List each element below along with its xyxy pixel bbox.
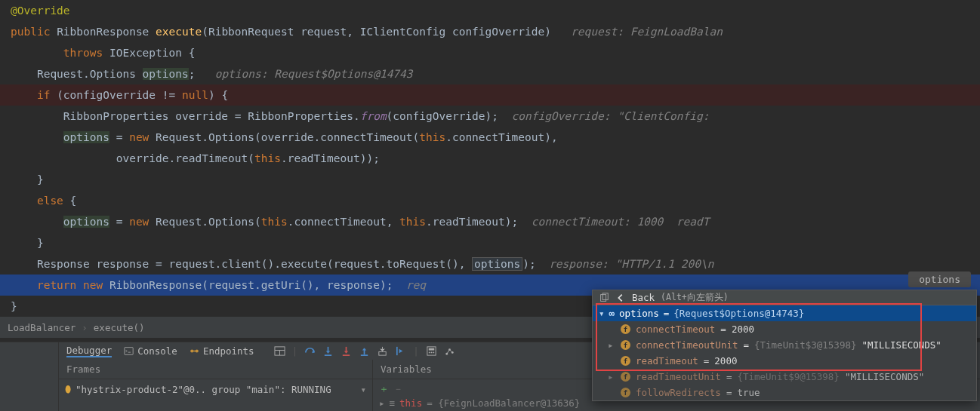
popup-row[interactable]: f connectTimeout=2000 [593,321,976,337]
frames-header: Frames [59,360,372,379]
copy-icon[interactable] [599,293,609,303]
brace-close: } [37,237,44,249]
popup-row[interactable]: ▸f connectTimeoutUnit= {TimeUnit$3@15398… [593,337,976,353]
annotation-override: @Override [11,5,70,17]
drop-frame-icon[interactable] [377,345,388,357]
kw-this: this [399,216,426,228]
svg-rect-11 [427,347,436,355]
trace-icon[interactable] [444,345,455,357]
thread-icon: ⬮ [65,383,71,395]
popup-row[interactable]: f readTimeout=2000 [593,353,976,369]
var-options: options [63,216,109,228]
kw-new: new [83,279,103,291]
line7a: override.readTimeout( [116,152,254,164]
right-floating-label[interactable]: options [908,271,971,287]
run-to-cursor-icon[interactable] [395,345,406,357]
kw-new: new [129,131,149,143]
remove-watch-icon[interactable]: － [393,383,403,396]
evaluate-popup[interactable]: Back (Alt+向左箭头) ▾ ∞ options = {Request$O… [592,290,977,401]
endpoints-icon [190,346,199,356]
kw-else: else [37,195,63,207]
breadcrumb-item[interactable]: LoadBalancer [8,322,76,333]
type-request-options: Request.Options [37,68,136,80]
inline-hint-req: req [406,279,426,291]
inline-hint-configoverride: configOverride: "ClientConfig: [511,110,709,122]
kw-return: return [37,279,76,291]
force-step-into-icon[interactable] [341,345,352,357]
code-editor[interactable]: @Override public RibbonResponse execute(… [0,0,980,317]
svg-rect-3 [193,351,196,352]
method-sig: (RibbonRequest request, IClientConfig co… [202,26,551,38]
back-arrow-icon[interactable] [615,293,626,303]
field-icon: f [621,372,630,382]
popup-back-row[interactable]: Back (Alt+向左箭头) [593,290,976,305]
line13b: RibbonResponse(request.getUri(), respons… [103,279,393,291]
cond: (configOverride != [57,89,182,101]
inline-hint-request: request: FeignLoadBalan [571,26,723,38]
line12a: Response response = request.client().exe… [37,258,472,270]
kw-this: this [261,216,288,228]
cond-close: ) { [208,89,228,101]
brace-close: } [11,300,17,312]
svg-rect-12 [428,348,434,351]
line5a: RibbonProperties override = RibbonProper… [63,110,360,122]
step-over-icon[interactable] [304,345,316,357]
kw-this: this [419,131,445,143]
var-this: this [399,397,422,409]
layout-icon[interactable] [274,345,285,357]
var-this-val: = {FeignLoadBalancer@13636} [427,397,580,409]
kw-public: public [11,26,50,38]
kw-throws: throws [63,47,103,59]
var-options: options [63,131,109,143]
popup-row[interactable]: f followRedirects=true [593,385,976,400]
frame-row[interactable]: ⬮ "hystrix-product-2"@0.. group "main": … [65,382,366,396]
type-ribbonresponse: RibbonResponse [57,26,149,38]
line12b: ); [522,258,535,270]
type-ioexception: IOException [109,47,182,59]
popup-header[interactable]: ▾ ∞ options = {Request$Options@14743} [593,305,976,321]
var-options: options [143,68,189,80]
eq: = [109,131,129,143]
tab-console[interactable]: Console [124,345,177,357]
back-shortcut: (Alt+向左箭头) [661,292,729,303]
inline-hint-options: options: Request$Options@14743 [215,68,413,80]
inline-hint-connecttimeout: connectTimeout: 1000 readT [532,216,710,228]
brace: { [70,195,77,207]
eq: = [109,216,129,228]
inline-hint-response: response: "HTTP/1.1 200\n [549,258,713,270]
line7b: .readTimeout)); [281,152,380,164]
breadcrumb-item[interactable]: execute() [94,322,145,333]
add-watch-icon[interactable]: ＋ [379,383,389,396]
back-label: Back [632,292,655,303]
step-out-icon[interactable] [359,345,370,357]
kw-null: null [182,89,208,101]
svg-point-13 [428,351,430,353]
step-into-icon[interactable] [322,345,334,357]
svg-rect-10 [379,351,386,355]
svg-point-14 [430,351,432,353]
evaluate-icon[interactable] [426,345,437,357]
kw-this: this [254,152,281,164]
popup-var-value: {Request$Options@14743} [673,308,804,319]
debug-gutter [0,342,59,411]
kw-new: new [129,216,149,228]
field-icon: f [621,340,630,350]
line10b: Request.Options( [149,216,260,228]
field-icon: f [621,324,630,334]
field-icon: f [621,388,630,397]
line6c: .connectTimeout), [445,131,557,143]
line6b: Request.Options(override.connectTimeout( [149,131,419,143]
brace-close: } [37,173,44,186]
infinity-icon: ∞ [609,308,615,319]
popup-var-name: options [619,308,659,319]
method-execute: execute [156,26,202,38]
tab-endpoints[interactable]: Endpoints [190,345,254,357]
svg-rect-0 [125,348,133,355]
frame-text: "hystrix-product-2"@0.. group "main": RU… [76,384,331,395]
method-from: from [360,110,387,122]
breadcrumb-sep: › [82,322,88,333]
popup-row[interactable]: ▸f readTimeoutUnit= {TimeUnit$9@15398} "… [593,369,976,385]
brace: { [189,47,196,59]
tab-debugger[interactable]: Debugger [66,345,112,357]
line10c: .connectTimeout, [288,216,399,228]
